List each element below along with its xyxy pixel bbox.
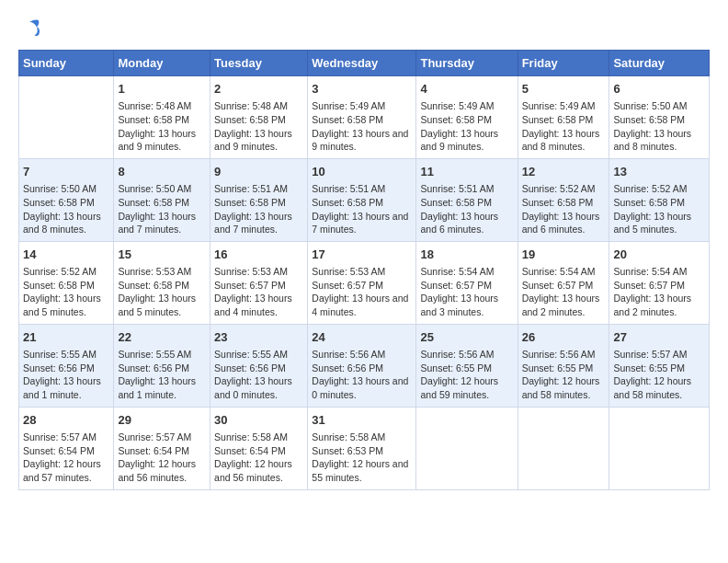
- day-number: 17: [312, 247, 412, 263]
- day-info: Sunrise: 5:53 AM: [118, 265, 206, 279]
- header-day-monday: Monday: [114, 51, 210, 76]
- calendar-cell: 13Sunrise: 5:52 AMSunset: 6:58 PMDayligh…: [609, 158, 710, 241]
- day-number: 29: [118, 412, 206, 429]
- calendar-cell: 30Sunrise: 5:58 AMSunset: 6:54 PMDayligh…: [210, 407, 308, 489]
- calendar-cell: 1Sunrise: 5:48 AMSunset: 6:58 PMDaylight…: [114, 76, 210, 159]
- day-info: Sunset: 6:55 PM: [420, 362, 513, 375]
- day-info: Sunrise: 5:57 AM: [613, 348, 705, 362]
- calendar-cell: 28Sunrise: 5:57 AMSunset: 6:54 PMDayligh…: [19, 407, 114, 489]
- day-info: Daylight: 13 hours and 9 minutes.: [312, 127, 412, 154]
- calendar-cell: 4Sunrise: 5:49 AMSunset: 6:58 PMDaylight…: [416, 76, 518, 159]
- day-number: 5: [522, 81, 606, 98]
- day-info: Sunrise: 5:58 AM: [312, 431, 412, 444]
- day-number: 30: [214, 412, 303, 429]
- calendar-cell: 2Sunrise: 5:48 AMSunset: 6:58 PMDaylight…: [210, 76, 308, 159]
- calendar-cell: 22Sunrise: 5:55 AMSunset: 6:56 PMDayligh…: [114, 324, 210, 407]
- logo: [18, 18, 44, 40]
- day-number: 12: [522, 164, 606, 180]
- day-number: 10: [312, 164, 412, 180]
- calendar-cell: 23Sunrise: 5:55 AMSunset: 6:56 PMDayligh…: [210, 324, 308, 407]
- day-info: Sunset: 6:58 PM: [522, 113, 606, 127]
- week-row-1: 1Sunrise: 5:48 AMSunset: 6:58 PMDaylight…: [19, 76, 710, 159]
- day-info: Sunset: 6:55 PM: [613, 362, 705, 375]
- day-info: Sunset: 6:58 PM: [312, 196, 412, 210]
- day-info: Daylight: 13 hours and 5 minutes.: [613, 210, 705, 236]
- week-row-3: 14Sunrise: 5:52 AMSunset: 6:58 PMDayligh…: [19, 241, 710, 324]
- day-info: Daylight: 13 hours and 8 minutes.: [23, 210, 109, 236]
- calendar-cell: 29Sunrise: 5:57 AMSunset: 6:54 PMDayligh…: [114, 407, 210, 489]
- day-info: Sunrise: 5:57 AM: [23, 431, 109, 444]
- day-number: 8: [118, 164, 206, 180]
- calendar-cell: 19Sunrise: 5:54 AMSunset: 6:57 PMDayligh…: [518, 241, 609, 324]
- day-number: 25: [420, 329, 513, 346]
- calendar-cell: 31Sunrise: 5:58 AMSunset: 6:53 PMDayligh…: [308, 407, 416, 489]
- day-number: 22: [118, 329, 206, 346]
- day-info: Daylight: 13 hours and 4 minutes.: [312, 292, 412, 318]
- day-info: Sunrise: 5:54 AM: [420, 265, 513, 279]
- day-info: Daylight: 13 hours and 9 minutes.: [214, 127, 303, 154]
- day-info: Sunrise: 5:55 AM: [118, 348, 206, 362]
- day-number: 3: [312, 81, 412, 98]
- day-info: Sunrise: 5:50 AM: [118, 182, 206, 196]
- day-number: 6: [613, 81, 705, 98]
- day-number: 28: [23, 412, 109, 429]
- day-info: Sunset: 6:58 PM: [312, 113, 412, 127]
- day-info: Sunset: 6:58 PM: [118, 279, 206, 293]
- day-info: Daylight: 13 hours and 9 minutes.: [420, 127, 513, 154]
- day-info: Sunrise: 5:54 AM: [613, 265, 705, 279]
- day-info: Sunrise: 5:54 AM: [522, 265, 606, 279]
- calendar-cell: 8Sunrise: 5:50 AMSunset: 6:58 PMDaylight…: [114, 158, 210, 241]
- calendar-cell: 17Sunrise: 5:53 AMSunset: 6:57 PMDayligh…: [308, 241, 416, 324]
- day-number: 1: [118, 81, 206, 98]
- day-info: Sunset: 6:56 PM: [23, 362, 109, 375]
- day-info: Sunrise: 5:48 AM: [214, 99, 303, 113]
- day-info: Daylight: 13 hours and 1 minute.: [23, 374, 109, 401]
- day-number: 26: [522, 329, 606, 346]
- day-info: Sunset: 6:58 PM: [613, 196, 705, 210]
- calendar-cell: [518, 407, 609, 489]
- day-info: Sunrise: 5:56 AM: [312, 348, 412, 362]
- day-info: Sunset: 6:57 PM: [420, 279, 513, 293]
- day-info: Daylight: 13 hours and 2 minutes.: [522, 292, 606, 318]
- week-row-2: 7Sunrise: 5:50 AMSunset: 6:58 PMDaylight…: [19, 158, 710, 241]
- day-info: Sunset: 6:57 PM: [613, 279, 705, 293]
- day-info: Sunset: 6:57 PM: [312, 279, 412, 293]
- day-info: Sunset: 6:54 PM: [118, 444, 206, 458]
- header-day-sunday: Sunday: [19, 51, 114, 76]
- logo-icon: [18, 18, 40, 40]
- day-info: Daylight: 12 hours and 58 minutes.: [522, 374, 606, 401]
- day-info: Daylight: 13 hours and 8 minutes.: [522, 127, 606, 154]
- day-info: Sunrise: 5:56 AM: [420, 348, 513, 362]
- calendar-cell: 18Sunrise: 5:54 AMSunset: 6:57 PMDayligh…: [416, 241, 518, 324]
- day-info: Sunrise: 5:55 AM: [23, 348, 109, 362]
- day-info: Sunrise: 5:52 AM: [23, 265, 109, 279]
- calendar-cell: 14Sunrise: 5:52 AMSunset: 6:58 PMDayligh…: [19, 241, 114, 324]
- day-number: 20: [613, 247, 705, 263]
- day-number: 31: [312, 412, 412, 429]
- day-info: Sunset: 6:55 PM: [522, 362, 606, 375]
- calendar-cell: 16Sunrise: 5:53 AMSunset: 6:57 PMDayligh…: [210, 241, 308, 324]
- day-number: 13: [613, 164, 705, 180]
- day-info: Sunrise: 5:50 AM: [613, 99, 705, 113]
- day-info: Sunset: 6:58 PM: [522, 196, 606, 210]
- day-number: 21: [23, 329, 109, 346]
- calendar-cell: [609, 407, 710, 489]
- calendar-body: 1Sunrise: 5:48 AMSunset: 6:58 PMDaylight…: [19, 76, 710, 490]
- week-row-4: 21Sunrise: 5:55 AMSunset: 6:56 PMDayligh…: [19, 324, 710, 407]
- day-info: Sunset: 6:58 PM: [23, 279, 109, 293]
- calendar-cell: 15Sunrise: 5:53 AMSunset: 6:58 PMDayligh…: [114, 241, 210, 324]
- day-info: Sunset: 6:58 PM: [420, 113, 513, 127]
- calendar-cell: 5Sunrise: 5:49 AMSunset: 6:58 PMDaylight…: [518, 76, 609, 159]
- day-info: Sunrise: 5:52 AM: [522, 182, 606, 196]
- day-number: 7: [23, 164, 109, 180]
- day-info: Daylight: 13 hours and 0 minutes.: [312, 374, 412, 401]
- day-info: Sunrise: 5:49 AM: [522, 99, 606, 113]
- day-info: Sunset: 6:57 PM: [214, 279, 303, 293]
- calendar-cell: 7Sunrise: 5:50 AMSunset: 6:58 PMDaylight…: [19, 158, 114, 241]
- header-day-friday: Friday: [518, 51, 609, 76]
- day-info: Daylight: 13 hours and 5 minutes.: [23, 292, 109, 318]
- day-number: 2: [214, 81, 303, 98]
- day-info: Daylight: 13 hours and 8 minutes.: [613, 127, 705, 154]
- day-number: 11: [420, 164, 513, 180]
- day-info: Daylight: 12 hours and 56 minutes.: [214, 457, 303, 484]
